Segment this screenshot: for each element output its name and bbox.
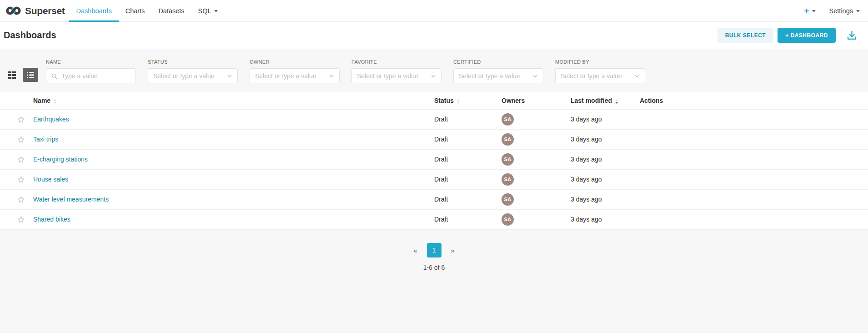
- nav-tab-datasets[interactable]: Datasets: [151, 0, 191, 21]
- favorite-cell: [0, 209, 27, 229]
- owners-cell: SA: [495, 209, 564, 229]
- column-header-actions: Actions: [633, 91, 868, 109]
- table-row: EarthquakesDraftSA3 days ago: [0, 109, 868, 129]
- filter-owner: OWNERSelect or type a value: [250, 59, 340, 83]
- pagination-page-1[interactable]: 1: [427, 243, 442, 257]
- name-cell: E-charging stations: [27, 149, 427, 169]
- nav-tab-label: Datasets: [158, 7, 184, 15]
- status-cell: Draft: [427, 109, 495, 129]
- favorite-star-button[interactable]: [17, 216, 25, 223]
- column-header-label: Name: [33, 97, 50, 104]
- owner-avatar[interactable]: SA: [502, 213, 514, 226]
- chevron-down-icon: [634, 73, 640, 79]
- filter-input-name[interactable]: [60, 72, 130, 80]
- star-outline-icon: [17, 216, 25, 223]
- filter-label: MODIFIED BY: [555, 59, 645, 65]
- column-header-name[interactable]: Name: [27, 91, 427, 109]
- table-row: Shared bikesDraftSA3 days ago: [0, 209, 868, 229]
- pagination-next[interactable]: »: [451, 247, 455, 254]
- nav-tab-sql[interactable]: SQL: [191, 0, 225, 21]
- last-modified-cell: 3 days ago: [564, 109, 633, 129]
- settings-menu[interactable]: Settings: [829, 7, 860, 15]
- page-title: Dashboards: [4, 30, 56, 40]
- filters: NAMESTATUSSelect or type a valueOWNERSel…: [46, 59, 645, 83]
- owner-avatar[interactable]: SA: [502, 173, 514, 186]
- favorite-star-button[interactable]: [17, 176, 25, 183]
- favorite-star-button[interactable]: [17, 156, 25, 163]
- filter-control-name[interactable]: [46, 68, 136, 83]
- new-dashboard-button[interactable]: + DASHBOARD: [778, 28, 836, 43]
- dashboard-link[interactable]: Earthquakes: [33, 116, 69, 123]
- actions-cell: [633, 109, 868, 129]
- brand-name: Superset: [25, 5, 65, 16]
- caret-updown-icon[interactable]: [615, 99, 618, 104]
- pagination-prev[interactable]: «: [413, 247, 417, 254]
- favorite-star-button[interactable]: [17, 196, 25, 203]
- superset-logo[interactable]: Superset: [6, 0, 65, 21]
- dashboards-table: NameStatusOwnersLast modifiedActions Ear…: [0, 91, 868, 230]
- actions-cell: [633, 129, 868, 149]
- filter-label: STATUS: [148, 59, 238, 65]
- star-outline-icon: [17, 196, 25, 203]
- owner-avatar[interactable]: SA: [502, 153, 514, 166]
- column-header-status[interactable]: Status: [427, 91, 495, 109]
- column-header-last-modified[interactable]: Last modified: [564, 91, 633, 109]
- last-modified-cell: 3 days ago: [564, 209, 633, 229]
- filter-status: STATUSSelect or type a value: [148, 59, 238, 83]
- star-outline-icon: [17, 156, 25, 163]
- filter-select-placeholder: Select or type a value: [255, 72, 316, 80]
- favorite-star-button[interactable]: [17, 136, 25, 143]
- column-header-label: Status: [434, 97, 454, 104]
- owner-avatar[interactable]: SA: [502, 113, 514, 126]
- filter-select-placeholder: Select or type a value: [561, 72, 622, 80]
- new-item-menu[interactable]: +: [804, 6, 815, 15]
- filter-select-placeholder: Select or type a value: [153, 72, 215, 80]
- dashboard-link[interactable]: House sales: [33, 176, 68, 183]
- filter-label: FAVORITE: [351, 59, 442, 65]
- export-dashboards-button[interactable]: [846, 29, 858, 41]
- filter-control-certified[interactable]: Select or type a value: [453, 68, 543, 83]
- table-row: E-charging stationsDraftSA3 days ago: [0, 149, 868, 169]
- actions-cell: [633, 189, 868, 209]
- caret-updown-icon[interactable]: [54, 99, 56, 104]
- table-row: House salesDraftSA3 days ago: [0, 169, 868, 189]
- dashboard-link[interactable]: Water level measurements: [33, 196, 109, 203]
- list-icon: [27, 72, 34, 78]
- filter-modified-by: MODIFIED BYSelect or type a value: [555, 59, 645, 83]
- actions-cell: [633, 149, 868, 169]
- chevron-down-icon: [329, 73, 334, 79]
- dashboard-link[interactable]: E-charging stations: [33, 156, 88, 163]
- owner-avatar[interactable]: SA: [502, 133, 514, 146]
- nav-tab-dashboards[interactable]: Dashboards: [69, 0, 118, 21]
- nav-tab-label: SQL: [198, 7, 211, 15]
- status-cell: Draft: [427, 149, 495, 169]
- filter-certified: CERTIFIEDSelect or type a value: [453, 59, 543, 83]
- list-view-toggle[interactable]: [23, 68, 38, 82]
- superset-infinity-icon: [6, 6, 21, 15]
- chevron-down-icon: [214, 10, 218, 12]
- chevron-down-icon: [329, 73, 334, 79]
- star-outline-icon: [17, 116, 25, 123]
- card-view-toggle[interactable]: [8, 71, 16, 79]
- nav-tab-charts[interactable]: Charts: [119, 0, 152, 21]
- owner-avatar[interactable]: SA: [502, 193, 514, 206]
- page-header: Dashboards BULK SELECT + DASHBOARD: [0, 22, 868, 49]
- chevron-down-icon: [634, 73, 640, 79]
- filter-control-owner[interactable]: Select or type a value: [250, 68, 340, 83]
- dashboard-link[interactable]: Shared bikes: [33, 216, 70, 223]
- bulk-select-button[interactable]: BULK SELECT: [717, 28, 774, 43]
- caret-updown-icon[interactable]: [457, 99, 460, 104]
- filter-control-favorite[interactable]: Select or type a value: [351, 68, 442, 83]
- filter-label: NAME: [46, 59, 136, 65]
- table-header-row: NameStatusOwnersLast modifiedActions: [0, 91, 868, 109]
- favorite-star-button[interactable]: [17, 116, 25, 123]
- owners-cell: SA: [495, 129, 564, 149]
- settings-label: Settings: [829, 7, 853, 15]
- status-cell: Draft: [427, 169, 495, 189]
- nav-tab-label: Charts: [125, 7, 145, 15]
- favorite-cell: [0, 129, 27, 149]
- dashboard-link[interactable]: Taxi trips: [33, 136, 58, 143]
- filter-control-status[interactable]: Select or type a value: [148, 68, 238, 83]
- filter-control-modified-by[interactable]: Select or type a value: [555, 68, 645, 83]
- row-count-summary: 1-6 of 6: [0, 264, 868, 271]
